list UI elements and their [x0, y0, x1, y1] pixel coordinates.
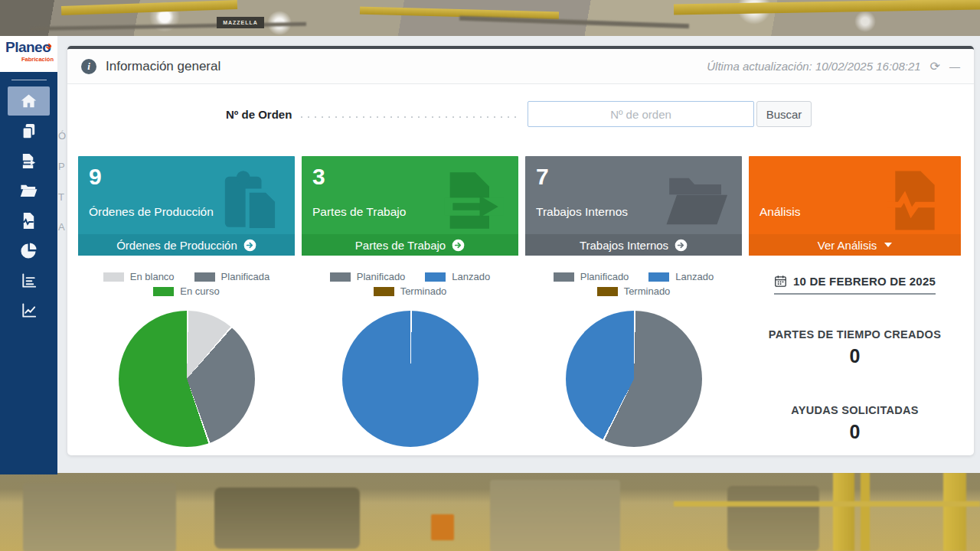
folder-open-icon — [20, 182, 38, 200]
card-footer-label: Partes de Trabajo — [355, 239, 446, 252]
card-footer-link[interactable]: Trabajos Internos — [525, 234, 742, 256]
legend-item[interactable]: Planificada — [194, 271, 270, 282]
legend-item[interactable]: En blanco — [103, 271, 175, 282]
sidebar-item-home[interactable] — [8, 86, 50, 116]
pie-chart-icon — [20, 242, 38, 259]
app-logo[interactable]: Planeo Fabricación — [0, 36, 57, 72]
stat-label: PARTES DE TIEMPO CREADOS — [749, 328, 961, 341]
charts-row: En blancoPlanificadaEn curso Planificado… — [78, 271, 742, 447]
legend-item[interactable]: En curso — [153, 285, 219, 297]
legend-label: En blanco — [130, 271, 175, 282]
legend-label: Terminado — [400, 285, 447, 297]
file-waveform-icon — [881, 167, 949, 234]
sidebar: Planeo Fabricación — [0, 36, 57, 474]
legend-item[interactable]: Lanzado — [648, 271, 714, 282]
main-panel: i Información general Última actualizaci… — [67, 46, 974, 455]
card-footer-link[interactable]: Órdenes de Producción — [78, 234, 295, 256]
pie-chart-production-orders — [119, 311, 255, 447]
order-number-label: Nº de Orden — [226, 108, 292, 121]
search-button[interactable]: Buscar — [756, 101, 812, 127]
card-body: 7 Trabajos Internos — [525, 156, 742, 234]
card-internal-jobs[interactable]: 7 Trabajos Internos Trabajos Internos — [525, 156, 742, 256]
file-waveform-icon — [20, 212, 38, 230]
card-body: 3 Partes de Trabajo — [302, 156, 518, 234]
line-chart-icon — [20, 302, 38, 319]
card-work-reports[interactable]: 3 Partes de Trabajo Partes de Trabajo — [302, 156, 518, 256]
arrow-circle-icon — [243, 239, 256, 252]
summary-cards: 9 Órdenes de Producción Órdenes de Produ… — [78, 156, 961, 256]
background-photo-top: MAZZELLA — [0, 0, 980, 36]
legend-item[interactable]: Lanzado — [425, 271, 490, 282]
card-analysis[interactable]: Análisis Ver Análisis — [749, 156, 961, 256]
legend-label: Terminado — [624, 285, 671, 297]
last-update-value: 10/02/2025 16:08:21 — [815, 60, 921, 73]
stat-date: 10 DE FEBRERO DE 2025 — [774, 275, 936, 295]
card-body: 9 Órdenes de Producción — [78, 156, 295, 234]
arrow-circle-icon — [452, 239, 465, 252]
card-body: Análisis — [749, 156, 961, 234]
sidebar-item-production-orders[interactable] — [0, 116, 57, 146]
pie-chart-work-reports — [342, 311, 479, 447]
stat-value: 0 — [749, 345, 961, 367]
legend-swatch — [194, 272, 215, 282]
background-photo-bottom — [0, 472, 980, 551]
last-update-label: Última actualización: — [707, 60, 812, 73]
legend-item[interactable]: Terminado — [597, 285, 671, 297]
panel-header: i Información general Última actualizaci… — [67, 49, 974, 84]
refresh-icon[interactable]: ⟳ — [930, 60, 940, 73]
chart-internal-jobs: PlanificadoLanzadoTerminado — [525, 271, 742, 447]
analysis-dropdown[interactable]: Ver Análisis — [749, 234, 961, 256]
file-export-icon — [20, 152, 38, 170]
photo-shape — [459, 16, 689, 28]
stat-date-text: 10 DE FEBRERO DE 2025 — [793, 275, 936, 288]
legend-swatch — [153, 287, 174, 296]
dotted-leader — [301, 116, 518, 118]
info-icon: i — [81, 59, 96, 74]
card-production-orders[interactable]: 9 Órdenes de Producción Órdenes de Produ… — [78, 156, 295, 256]
legend-swatch — [425, 272, 446, 282]
photo-shape — [61, 0, 237, 15]
legend-swatch — [554, 272, 574, 282]
legend-swatch — [374, 287, 394, 296]
chart-legend: PlanificadoLanzadoTerminado — [330, 271, 491, 305]
chart-production-orders: En blancoPlanificadaEn curso — [78, 271, 295, 447]
photo-tint-overlay — [0, 472, 980, 551]
legend-item[interactable]: Planificado — [330, 271, 406, 282]
pie-chart-internal-jobs — [566, 311, 702, 447]
legend-item[interactable]: Terminado — [374, 285, 447, 297]
order-number-input[interactable] — [528, 101, 754, 127]
legend-label: Lanzado — [452, 271, 490, 282]
arrow-circle-icon — [675, 239, 688, 252]
sidebar-divider — [11, 80, 47, 80]
chart-legend: En blancoPlanificadaEn curso — [103, 271, 270, 305]
sidebar-item-analysis[interactable] — [0, 206, 57, 236]
legend-label: Planificada — [221, 271, 270, 282]
legend-swatch — [648, 272, 669, 282]
legend-label: Planificado — [580, 271, 629, 282]
sidebar-item-line-chart[interactable] — [0, 295, 57, 325]
page-title: Información general — [106, 59, 220, 74]
folder-open-icon — [662, 167, 730, 234]
calendar-icon — [774, 275, 787, 288]
photo-sign: MAZZELLA — [217, 17, 264, 28]
daily-stats-column: 10 DE FEBRERO DE 2025 PARTES DE TIEMPO C… — [749, 275, 961, 443]
legend-swatch — [330, 272, 351, 282]
sidebar-item-internal-jobs[interactable] — [0, 176, 57, 206]
chart-work-reports: PlanificadoLanzadoTerminado — [302, 271, 518, 447]
bar-chart-icon — [20, 272, 38, 289]
file-export-icon — [439, 167, 506, 234]
photo-shape — [31, 22, 306, 31]
card-footer-label: Ver Análisis — [818, 239, 877, 252]
card-footer-link[interactable]: Partes de Trabajo — [302, 234, 518, 256]
sidebar-item-pie-chart[interactable] — [0, 236, 57, 266]
sidebar-item-work-reports[interactable] — [0, 146, 57, 176]
legend-swatch — [597, 287, 618, 296]
card-footer-label: Órdenes de Producción — [116, 239, 237, 252]
legend-item[interactable]: Planificado — [554, 271, 629, 282]
caret-down-icon — [884, 243, 892, 247]
sidebar-item-bar-chart[interactable] — [0, 266, 57, 295]
minimize-icon[interactable]: — — [949, 61, 960, 72]
legend-label: Lanzado — [675, 271, 714, 282]
home-icon — [20, 93, 38, 110]
legend-label: En curso — [180, 285, 219, 297]
